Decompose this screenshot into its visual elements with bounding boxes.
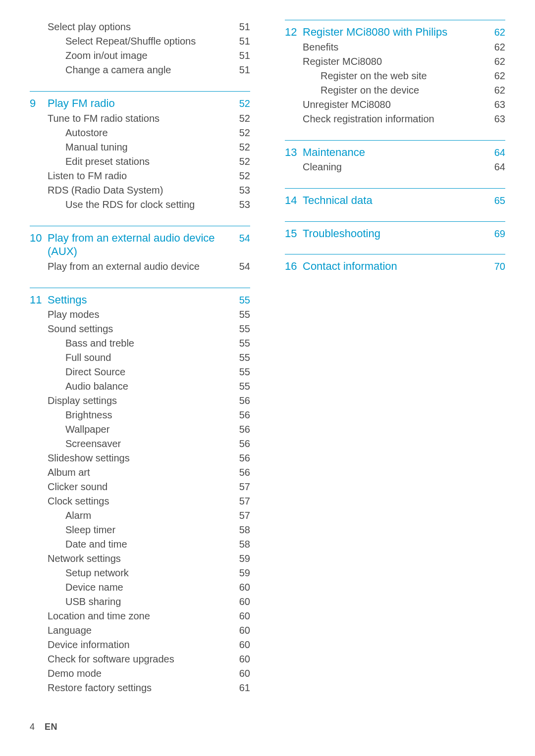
- toc-entry-page: 51: [230, 63, 250, 77]
- toc-entry-label: Register on the device: [303, 83, 485, 98]
- toc-section-title: Maintenance: [303, 146, 485, 159]
- toc-entry-label: Change a camera angle: [48, 63, 230, 77]
- page-footer: 4 EN: [30, 722, 57, 732]
- toc-section-number: 14: [285, 194, 303, 207]
- toc-entry-label: Zoom in/out image: [48, 49, 230, 63]
- toc-entry-page: 60: [230, 666, 250, 681]
- toc-entry: Use the RDS for clock setting53: [30, 198, 250, 212]
- toc-page: Select play options51Select Repeat/Shuff…: [0, 0, 535, 709]
- toc-entry-label: Location and time zone: [48, 609, 230, 623]
- toc-entry-page: 62: [485, 54, 505, 69]
- toc-section: 10Play from an external audio device (AU…: [30, 226, 250, 274]
- toc-entry: Change a camera angle51: [30, 63, 250, 77]
- toc-section-title: Settings: [48, 293, 230, 307]
- toc-entry: Cleaning64: [285, 160, 505, 174]
- toc-entry-page: 59: [230, 552, 250, 566]
- toc-entry: Play modes55: [30, 307, 250, 322]
- toc-entry-page: 60: [230, 609, 250, 623]
- toc-entry-label: Full sound: [48, 351, 230, 365]
- toc-section-title: Play FM radio: [48, 97, 230, 110]
- toc-entry-page: 56: [230, 465, 250, 480]
- toc-entry: Select Repeat/Shuffle options51: [30, 34, 250, 49]
- toc-entry-page: 60: [230, 580, 250, 595]
- toc-entry-label: Device name: [48, 580, 230, 595]
- toc-entry-page: 55: [230, 379, 250, 394]
- toc-section: Select play options51Select Repeat/Shuff…: [30, 20, 250, 77]
- toc-entry-label: Cleaning: [303, 160, 485, 174]
- toc-entry: Listen to FM radio52: [30, 169, 250, 183]
- toc-entry-page: 53: [230, 198, 250, 212]
- toc-section-page: 62: [485, 27, 505, 38]
- toc-entry-label: Date and time: [48, 537, 230, 552]
- toc-entry-label: Edit preset stations: [48, 154, 230, 169]
- toc-entry-page: 62: [485, 69, 505, 83]
- toc-entry-page: 60: [230, 638, 250, 652]
- toc-entry-label: RDS (Radio Data System): [48, 183, 230, 198]
- toc-entry-page: 58: [230, 523, 250, 537]
- toc-entry-page: 55: [230, 351, 250, 365]
- toc-entry: Sound settings55: [30, 322, 250, 336]
- toc-entry-label: Check for software upgrades: [48, 652, 230, 666]
- toc-section-heading: 13Maintenance64: [285, 140, 505, 159]
- toc-entry-label: Screensaver: [48, 437, 230, 451]
- toc-entry-label: Register on the web site: [303, 69, 485, 83]
- toc-entry: Language60: [30, 623, 250, 638]
- toc-entry-page: 58: [230, 537, 250, 552]
- toc-section-number: 9: [30, 97, 48, 110]
- toc-section-page: 65: [485, 195, 505, 206]
- toc-section-heading: 14Technical data65: [285, 188, 505, 207]
- toc-right-column: 12Register MCi8080 with Philips62Benefit…: [285, 20, 505, 709]
- toc-entry: Manual tuning52: [30, 140, 250, 154]
- toc-entry-page: 55: [230, 322, 250, 336]
- toc-entry: Register MCi808062: [285, 54, 505, 69]
- toc-entry-page: 55: [230, 336, 250, 351]
- toc-entry-label: Audio balance: [48, 379, 230, 394]
- toc-entry-page: 64: [485, 160, 505, 174]
- toc-entry: Date and time58: [30, 537, 250, 552]
- toc-entry-page: 51: [230, 34, 250, 49]
- toc-section-page: 69: [485, 228, 505, 240]
- toc-entry-page: 61: [230, 681, 250, 695]
- toc-entry-page: 52: [230, 140, 250, 154]
- toc-entry-label: Clock settings: [48, 494, 230, 508]
- toc-entry: Bass and treble55: [30, 336, 250, 351]
- toc-section-page: 54: [230, 233, 250, 244]
- toc-section-number: 15: [285, 227, 303, 240]
- toc-entry-page: 52: [230, 169, 250, 183]
- toc-entry-label: Network settings: [48, 552, 230, 566]
- language-code: EN: [45, 722, 57, 732]
- toc-entry-label: Album art: [48, 465, 230, 480]
- toc-entry: Device name60: [30, 580, 250, 595]
- toc-section-heading: 16Contact information70: [285, 254, 505, 273]
- toc-entry: Select play options51: [30, 20, 250, 34]
- toc-entry: Tune to FM radio stations52: [30, 111, 250, 126]
- toc-entry: Clicker sound57: [30, 480, 250, 494]
- toc-entry: Play from an external audio device54: [30, 259, 250, 274]
- toc-entry-page: 57: [230, 480, 250, 494]
- toc-entry-label: Clicker sound: [48, 480, 230, 494]
- toc-entry-label: Check registration information: [303, 112, 485, 126]
- toc-entry: RDS (Radio Data System)53: [30, 183, 250, 198]
- toc-entry: Clock settings57: [30, 494, 250, 508]
- toc-entry-page: 56: [230, 437, 250, 451]
- toc-entry: Edit preset stations52: [30, 154, 250, 169]
- toc-section-number: 11: [30, 294, 48, 306]
- toc-entry: Check registration information63: [285, 112, 505, 126]
- toc-section-page: 55: [230, 295, 250, 306]
- toc-entry: Register on the web site62: [285, 69, 505, 83]
- toc-section-title: Troubleshooting: [303, 227, 485, 241]
- toc-entry: Slideshow settings56: [30, 451, 250, 465]
- toc-entry-page: 55: [230, 365, 250, 379]
- toc-entry-label: Tune to FM radio stations: [48, 111, 230, 126]
- toc-entry: Restore factory settings61: [30, 681, 250, 695]
- toc-entry: USB sharing60: [30, 595, 250, 609]
- toc-entry-label: Unregister MCi8080: [303, 98, 485, 112]
- toc-entry: Autostore52: [30, 126, 250, 140]
- toc-section-number: 16: [285, 260, 303, 273]
- toc-entry: Demo mode60: [30, 666, 250, 681]
- toc-section-heading: 12Register MCi8080 with Philips62: [285, 20, 505, 39]
- toc-entry-page: 52: [230, 154, 250, 169]
- toc-section-page: 64: [485, 147, 505, 158]
- toc-entry-page: 52: [230, 111, 250, 126]
- toc-entry-label: Select Repeat/Shuffle options: [48, 34, 230, 49]
